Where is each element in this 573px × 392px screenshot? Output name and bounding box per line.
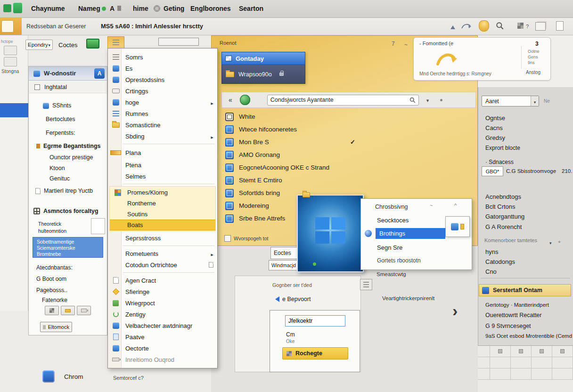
option-row[interactable]: Mon Bre S [225, 136, 368, 148]
context-menu-item[interactable]: Zentigy [108, 309, 217, 320]
tree-item[interactable]: Fatenorke [42, 297, 67, 303]
help-icon[interactable] [526, 22, 529, 30]
option-row[interactable]: White [225, 110, 368, 123]
panel-item[interactable]: Exprort blocte [485, 145, 520, 151]
plus-icon[interactable] [558, 237, 561, 245]
tree-item[interactable]: G Boot oom [36, 276, 66, 282]
name-input[interactable] [285, 315, 345, 327]
bepvoort-link[interactable]: e Bepvoort [275, 296, 311, 302]
popup-side-box[interactable] [445, 216, 470, 237]
search-input[interactable] [270, 97, 407, 103]
panel-item[interactable]: Ogntse [485, 114, 505, 122]
panel-item[interactable]: Gertotogy · Mantterindpert [485, 302, 549, 308]
context-menu-item[interactable]: hoge [108, 97, 217, 108]
tree-item[interactable]: Genituc [49, 174, 70, 183]
tree-item[interactable]: Egrme Begantstings [36, 142, 101, 150]
selected-tree-block[interactable]: Sobettnamentige Sciemaromterske Bromtneb… [33, 237, 103, 258]
context-menu-item[interactable]: Crtinggs [108, 85, 217, 97]
menu-item-chaynume[interactable]: Chaynume [31, 5, 65, 12]
option-row[interactable]: EogcnetAcooning OKE c Strand [225, 161, 368, 174]
rochegte-button[interactable]: Rochegte [282, 347, 348, 359]
globe-icon[interactable] [240, 95, 250, 105]
panel-item[interactable]: Ouerettowrtt Recatter [485, 312, 542, 318]
panel-item[interactable]: 9aS Ocet esbod Mrotrentible (Cemd [485, 333, 572, 339]
inghtatal-row[interactable]: Inghtatal [29, 81, 107, 93]
menu-item-searton[interactable]: Searton [239, 5, 263, 12]
eltomock-button[interactable]: Eltomock [40, 322, 72, 332]
small-item[interactable]: Theoretick [38, 221, 61, 227]
panel-item[interactable]: Cacns [485, 124, 503, 131]
context-menu-item[interactable]: Rumnes [108, 108, 217, 119]
menu-item-geting[interactable]: Geting [164, 5, 184, 12]
selected-panel-item[interactable]: Serstertafl Ontam [479, 284, 571, 296]
context-menu-item[interactable]: Selmes [108, 171, 217, 182]
document-icon[interactable] [556, 21, 564, 31]
grid-icon[interactable] [517, 23, 524, 29]
context-menu-item[interactable]: Somrs [108, 51, 217, 63]
search-icon[interactable] [409, 97, 416, 103]
tree-item[interactable]: Ounctor prestige [49, 153, 93, 162]
aaret-combobox[interactable]: Aaret [482, 96, 539, 106]
context-menu-item[interactable]: Cotodun Ortrichtoe [108, 259, 217, 270]
context-menu-item[interactable]: Ptena [108, 159, 217, 171]
panel-item[interactable]: Sdnacess [485, 159, 514, 165]
tree-item[interactable]: Atecdnbantas: [36, 264, 73, 271]
option-row[interactable]: Wtece hifcooneretes [225, 123, 368, 136]
panel-item[interactable]: Gredsy [485, 134, 505, 141]
expand-chevron-icon[interactable] [452, 305, 458, 318]
layers-icon[interactable] [535, 22, 546, 31]
section-header[interactable]: Asmnctos forcaltyg [33, 207, 98, 215]
preview-box[interactable] [91, 218, 105, 234]
search-field[interactable] [267, 95, 419, 106]
selected-row-indicator[interactable] [0, 103, 28, 117]
tree-item[interactable]: Ktoon [49, 164, 65, 172]
context-menu-item[interactable]: Oprestodssins [108, 74, 217, 85]
context-menu-item[interactable]: Paatve [108, 331, 217, 343]
context-menu-item[interactable]: Wriegrpoct [108, 297, 217, 309]
context-menu-item[interactable]: Plana [108, 146, 217, 159]
menu-item-englborones[interactable]: Englborones [190, 5, 231, 12]
redo-arrow-icon[interactable] [461, 22, 472, 30]
toolbar-chip-icon[interactable] [1, 20, 14, 33]
option-row[interactable]: AMO Gronang [225, 148, 368, 161]
panel-item[interactable]: Gatorganttung [485, 213, 524, 220]
chevron-up-icon[interactable]: ^ [454, 203, 457, 208]
letter-badge-icon[interactable]: A [94, 68, 105, 79]
left-panel-header[interactable]: W-odnostir A [29, 66, 107, 81]
context-menu-item[interactable]: Promes/Klorng [110, 187, 215, 198]
popup-item-selected[interactable]: Brothings [365, 228, 445, 239]
small-button[interactable] [61, 306, 75, 315]
panel-item[interactable]: Acnebndtogs [485, 193, 521, 200]
up-arrow-icon[interactable] [450, 23, 455, 29]
wvorspogeh-row[interactable]: Wvorspogeh tot [224, 235, 269, 242]
panel-item[interactable]: G 9 Stvrnceseget [485, 323, 531, 329]
small-item[interactable]: hulteomntion [38, 228, 66, 234]
monitor-icon[interactable] [86, 39, 99, 49]
gontaday-titlebar[interactable]: Gontaday [221, 52, 305, 65]
tool-chip-icon[interactable] [4, 57, 17, 66]
context-menu-item[interactable]: Oectorte [108, 343, 217, 354]
popup-item[interactable]: Segn Sre [377, 244, 402, 251]
menu-item-nameg[interactable]: Nameg [78, 5, 100, 12]
context-menu-item[interactable]: Rometuents [108, 248, 217, 259]
panel-item[interactable]: Cno [485, 268, 497, 275]
chevron-down-icon[interactable] [549, 238, 552, 246]
panel-item[interactable]: Bclt Crtons [485, 203, 516, 210]
user-icon[interactable] [479, 20, 489, 32]
tree-item[interactable]: Ferpentsts: [46, 129, 75, 137]
context-menu-item[interactable]: Es [108, 63, 217, 74]
context-menu-item-selected[interactable]: Boats [110, 220, 215, 230]
small-button[interactable] [77, 306, 91, 315]
popup-item[interactable]: Gortets rboostotn [377, 257, 421, 264]
panel-item[interactable]: Catodongs [485, 258, 515, 265]
menu-item-hime[interactable]: hime [133, 5, 148, 12]
popup-item[interactable]: Seocktoces [377, 217, 409, 224]
context-menu-item[interactable]: Sbding [108, 131, 217, 142]
tree-item[interactable]: Bertoclutes [46, 115, 75, 123]
context-menu-item[interactable]: Sfieringe [108, 286, 217, 297]
back-icon[interactable] [229, 96, 232, 104]
search-icon[interactable] [496, 22, 504, 30]
tree-item[interactable]: SShnts [43, 101, 71, 110]
chevron-down-icon[interactable] [426, 96, 429, 104]
highlighted-toolbar-button[interactable] [107, 36, 124, 49]
